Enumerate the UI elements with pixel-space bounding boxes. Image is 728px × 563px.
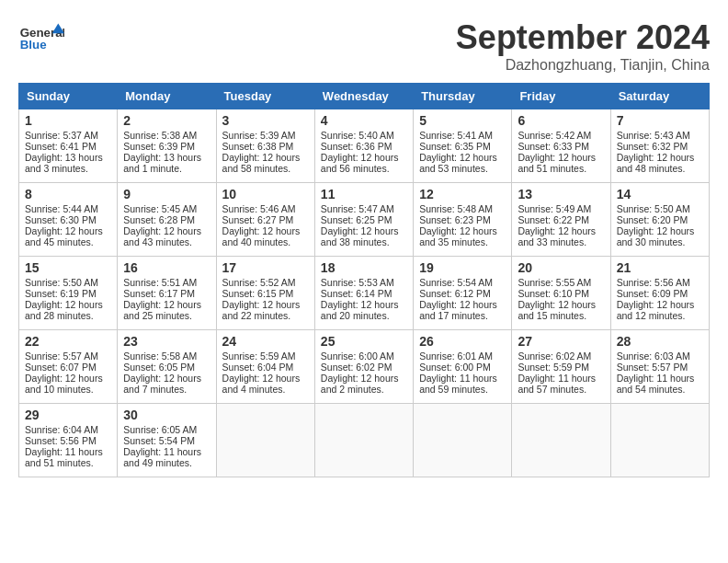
calendar-cell: 15Sunrise: 5:50 AMSunset: 6:19 PMDayligh… [19,257,118,330]
calendar-cell: 27Sunrise: 6:02 AMSunset: 5:59 PMDayligh… [512,330,610,404]
calendar-cell: 5Sunrise: 5:41 AMSunset: 6:35 PMDaylight… [414,109,512,183]
sunrise: Sunrise: 6:01 AM [419,350,493,362]
sunrise: Sunrise: 5:53 AM [321,277,394,288]
day-number: 13 [518,187,604,201]
calendar-cell: 29Sunrise: 6:04 AMSunset: 5:56 PMDayligh… [19,404,118,477]
sunrise: Sunrise: 5:49 AM [518,203,591,214]
day-number: 30 [123,408,210,422]
week-row-4: 22Sunrise: 5:57 AMSunset: 6:07 PMDayligh… [19,330,710,404]
calendar-cell: 14Sunrise: 5:50 AMSunset: 6:20 PMDayligh… [610,183,709,257]
header-row: Sunday Monday Tuesday Wednesday Thursday… [19,84,710,109]
sunrise: Sunrise: 5:44 AM [25,203,98,214]
day-number: 7 [617,113,703,128]
day-number: 26 [419,334,506,349]
sunset: Sunset: 6:25 PM [321,214,392,225]
sunset: Sunset: 6:23 PM [419,214,491,225]
calendar-cell: 30Sunrise: 6:05 AMSunset: 5:54 PMDayligh… [118,404,216,477]
sunrise: Sunrise: 5:43 AM [617,130,690,141]
calendar-cell: 24Sunrise: 5:59 AMSunset: 6:04 PMDayligh… [216,330,314,404]
daylight: Daylight: 12 hours and 45 minutes. [25,225,103,247]
day-number: 1 [25,113,111,128]
sunrise: Sunrise: 5:37 AM [25,130,98,141]
sunset: Sunset: 6:32 PM [617,141,688,152]
sunrise: Sunrise: 5:51 AM [123,277,197,288]
day-number: 10 [222,187,309,201]
sunset: Sunset: 6:17 PM [123,288,195,299]
daylight: Daylight: 13 hours and 1 minute. [123,152,201,174]
col-thursday: Thursday [414,84,512,109]
sunrise: Sunrise: 6:04 AM [25,424,98,435]
daylight: Daylight: 12 hours and 38 minutes. [321,225,399,247]
sunset: Sunset: 5:56 PM [25,435,97,446]
sunrise: Sunrise: 5:40 AM [321,130,394,141]
day-number: 4 [321,113,407,128]
calendar-cell: 3Sunrise: 5:39 AMSunset: 6:38 PMDaylight… [216,109,314,183]
calendar-cell: 9Sunrise: 5:45 AMSunset: 6:28 PMDaylight… [118,183,216,257]
sunrise: Sunrise: 6:00 AM [321,350,394,362]
calendar-cell: 19Sunrise: 5:54 AMSunset: 6:12 PMDayligh… [414,257,512,330]
sunset: Sunset: 6:22 PM [518,214,589,225]
week-row-3: 15Sunrise: 5:50 AMSunset: 6:19 PMDayligh… [19,257,710,330]
day-number: 3 [222,113,309,128]
sunset: Sunset: 6:30 PM [25,214,97,225]
sunset: Sunset: 6:04 PM [222,362,294,373]
calendar-cell: 6Sunrise: 5:42 AMSunset: 6:33 PMDaylight… [512,109,610,183]
sunset: Sunset: 6:20 PM [617,214,688,225]
page-header: General Blue September 2024 Dazhongzhuan… [18,18,710,74]
sunrise: Sunrise: 6:05 AM [123,424,197,435]
sunset: Sunset: 6:41 PM [25,141,97,152]
sunrise: Sunrise: 5:59 AM [222,350,296,362]
sunrise: Sunrise: 5:38 AM [123,130,197,141]
sunset: Sunset: 6:35 PM [419,141,491,152]
day-number: 14 [617,187,703,201]
daylight: Daylight: 12 hours and 10 minutes. [25,373,103,395]
calendar-cell [610,404,709,477]
day-number: 5 [419,113,506,128]
sunrise: Sunrise: 5:47 AM [321,203,394,214]
sunrise: Sunrise: 5:55 AM [518,277,591,288]
sunrise: Sunrise: 5:39 AM [222,130,296,141]
calendar-cell: 21Sunrise: 5:56 AMSunset: 6:09 PMDayligh… [610,257,709,330]
calendar-cell: 18Sunrise: 5:53 AMSunset: 6:14 PMDayligh… [314,257,413,330]
calendar-cell: 7Sunrise: 5:43 AMSunset: 6:32 PMDaylight… [610,109,709,183]
sunset: Sunset: 6:02 PM [321,362,392,373]
calendar-cell: 11Sunrise: 5:47 AMSunset: 6:25 PMDayligh… [314,183,413,257]
sunrise: Sunrise: 5:58 AM [123,350,197,362]
sunrise: Sunrise: 6:03 AM [617,350,690,362]
day-number: 6 [518,113,604,128]
daylight: Daylight: 12 hours and 48 minutes. [617,152,695,174]
day-number: 28 [617,334,703,349]
daylight: Daylight: 12 hours and 56 minutes. [321,152,399,174]
sunset: Sunset: 6:10 PM [518,288,589,299]
sunrise: Sunrise: 5:56 AM [617,277,690,288]
logo-icon: General Blue [18,18,64,55]
calendar-cell [512,404,610,477]
week-row-2: 8Sunrise: 5:44 AMSunset: 6:30 PMDaylight… [19,183,710,257]
daylight: Daylight: 12 hours and 43 minutes. [123,225,201,247]
sunset: Sunset: 6:28 PM [123,214,195,225]
sunrise: Sunrise: 5:54 AM [419,277,493,288]
day-number: 12 [419,187,506,201]
day-number: 25 [321,334,407,349]
daylight: Daylight: 12 hours and 15 minutes. [518,299,596,321]
day-number: 29 [25,408,111,422]
sunset: Sunset: 6:14 PM [321,288,392,299]
daylight: Daylight: 12 hours and 40 minutes. [222,225,301,247]
sunrise: Sunrise: 6:02 AM [518,350,591,362]
calendar-table: Sunday Monday Tuesday Wednesday Thursday… [18,83,710,477]
calendar-cell: 8Sunrise: 5:44 AMSunset: 6:30 PMDaylight… [19,183,118,257]
sunrise: Sunrise: 5:42 AM [518,130,591,141]
col-monday: Monday [118,84,216,109]
month-title: September 2024 [456,18,710,57]
daylight: Daylight: 12 hours and 22 minutes. [222,299,301,321]
day-number: 16 [123,260,210,275]
daylight: Daylight: 12 hours and 25 minutes. [123,299,201,321]
daylight: Daylight: 12 hours and 20 minutes. [321,299,399,321]
daylight: Daylight: 12 hours and 17 minutes. [419,299,497,321]
sunset: Sunset: 6:39 PM [123,141,195,152]
daylight: Daylight: 12 hours and 30 minutes. [617,225,695,247]
day-number: 19 [419,260,506,275]
daylight: Daylight: 12 hours and 7 minutes. [123,373,201,395]
day-number: 24 [222,334,309,349]
daylight: Daylight: 13 hours and 3 minutes. [25,152,103,174]
